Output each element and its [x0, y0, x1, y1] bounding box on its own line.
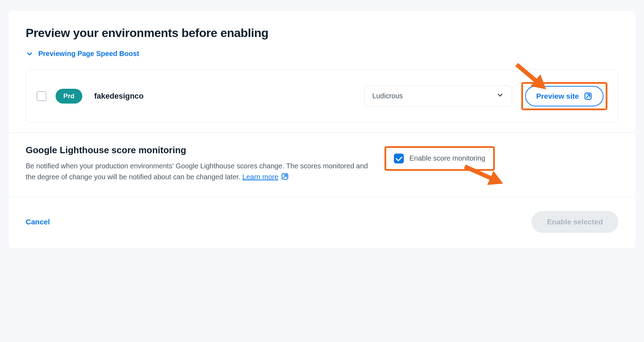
disclosure-label: Previewing Page Speed Boost	[38, 50, 139, 58]
enable-selected-button[interactable]: Enable selected	[531, 211, 618, 233]
section-monitoring: Google Lighthouse score monitoring Be no…	[9, 133, 635, 197]
preview-site-button[interactable]: Preview site	[525, 86, 604, 106]
monitoring-description: Be notified when your production environ…	[26, 161, 370, 182]
learn-more-link[interactable]: Learn more	[242, 172, 289, 182]
monitoring-title: Google Lighthouse score monitoring	[26, 145, 370, 156]
settings-card: Preview your environments before enablin…	[9, 11, 635, 248]
preview-site-label: Preview site	[536, 92, 579, 100]
external-link-icon	[584, 92, 592, 100]
section-footer: Cancel Enable selected	[9, 197, 635, 248]
cancel-button[interactable]: Cancel	[26, 218, 50, 226]
select-value: Ludicrous	[372, 92, 403, 100]
chevron-down-icon	[26, 50, 33, 58]
speed-select[interactable]: Ludicrous	[364, 86, 512, 107]
env-checkbox[interactable]	[37, 91, 46, 101]
chevron-down-icon	[496, 91, 504, 101]
highlight-box-monitoring: Enable score monitoring	[384, 146, 495, 171]
env-name: fakedesignco	[91, 92, 355, 101]
environment-row: Prd fakedesignco Ludicrous Preview site	[26, 70, 618, 123]
section-preview: Preview your environments before enablin…	[9, 11, 635, 132]
highlight-box-preview: Preview site	[521, 82, 607, 110]
disclosure-toggle[interactable]: Previewing Page Speed Boost	[26, 50, 139, 58]
svg-marker-5	[487, 171, 506, 190]
env-badge: Prd	[56, 89, 82, 104]
external-link-icon	[281, 173, 289, 181]
monitoring-toggle-label: Enable score monitoring	[409, 154, 485, 162]
monitoring-checkbox[interactable]	[394, 154, 404, 163]
page-title: Preview your environments before enablin…	[26, 26, 618, 40]
